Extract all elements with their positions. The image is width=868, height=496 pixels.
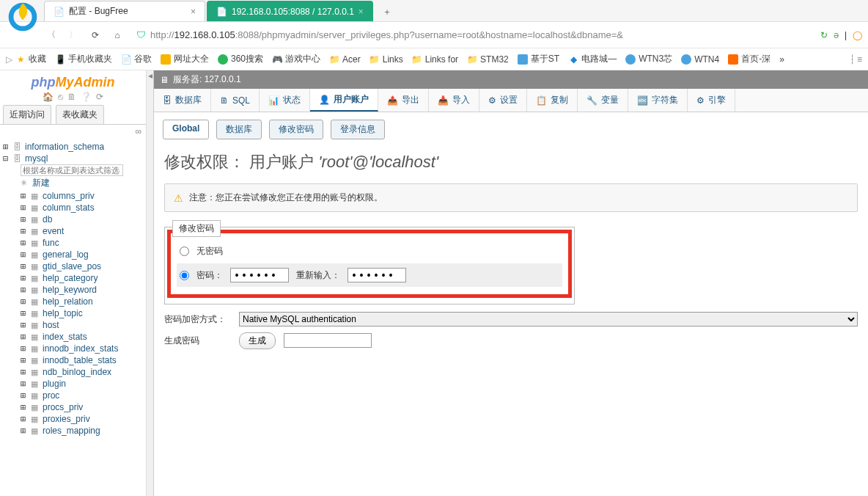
top-tab-5[interactable]: 📥导入 — [429, 89, 479, 112]
table-node[interactable]: ⊞▦proxies_priv — [3, 413, 146, 425]
table-node[interactable]: ⊞▦help_relation — [3, 296, 146, 307]
top-tab-1[interactable]: 🗎SQL — [211, 89, 260, 112]
bookmark-item[interactable]: ◆电路城— — [568, 53, 617, 65]
table-node[interactable]: ⊞▦event — [3, 225, 146, 237]
home-button[interactable]: ⌂ — [110, 28, 125, 43]
table-icon: ▦ — [31, 262, 41, 271]
new-table[interactable]: ✳新建 — [3, 176, 146, 190]
back-button[interactable]: 〈 — [44, 28, 59, 43]
download-icon[interactable]: ◯ — [853, 30, 862, 40]
shield-icon: 🛡 — [136, 29, 146, 40]
tab-favorites[interactable]: 表收藏夹 — [56, 105, 104, 124]
top-tab-7[interactable]: 📋复制 — [527, 89, 578, 112]
table-icon: ▦ — [31, 332, 41, 342]
bookmark-item[interactable]: WTN4 — [681, 54, 719, 65]
table-node[interactable]: ⊞▦ndb_binlog_index — [3, 366, 146, 378]
database-icon: 🗄 — [13, 142, 23, 151]
bookmarks-more[interactable]: » — [779, 54, 784, 65]
table-node[interactable]: ⊞▦column_stats — [3, 202, 146, 214]
sidebar-resizer[interactable]: ◂ — [147, 70, 154, 496]
db-node[interactable]: ⊞🗄information_schema — [3, 141, 146, 153]
top-tab-9[interactable]: 🔤字符集 — [628, 89, 688, 112]
hash-label: 密码加密方式： — [164, 313, 230, 326]
bookmark-item[interactable]: 📁Links for — [412, 54, 458, 65]
site-icon — [218, 54, 228, 65]
docs-icon[interactable]: ❔ — [81, 92, 92, 102]
tab-recent[interactable]: 近期访问 — [3, 105, 51, 124]
forward-button[interactable]: 〉 — [66, 28, 81, 43]
top-tab-0[interactable]: 🗄数据库 — [154, 89, 211, 112]
sql-icon[interactable]: 🗎 — [67, 92, 76, 102]
table-node[interactable]: ⊞▦gtid_slave_pos — [3, 260, 146, 272]
page-icon: 📄 — [216, 7, 227, 17]
table-node[interactable]: ⊞▦host — [3, 319, 146, 331]
sub-tab-2[interactable]: 修改密码 — [269, 120, 323, 139]
table-node[interactable]: ⊞▦general_log — [3, 249, 146, 260]
radio-password[interactable] — [180, 271, 189, 280]
bookmark-item[interactable]: 基于ST — [518, 53, 559, 65]
bookmark-item[interactable]: 📄谷歌 — [121, 53, 152, 65]
sub-tab-1[interactable]: 数据库 — [216, 120, 262, 139]
fieldset-legend: 修改密码 — [172, 220, 221, 237]
table-node[interactable]: ⊞▦innodb_table_stats — [3, 354, 146, 366]
reload-button[interactable]: ⟳ — [88, 28, 103, 43]
top-tab-8[interactable]: 🔧变量 — [578, 89, 628, 112]
browser-tab-1[interactable]: 📄 192.168.0.105:8088 / 127.0.0.1 × — [207, 1, 373, 21]
browser-tab-0[interactable]: 📄 配置 - BugFree × — [44, 1, 205, 21]
collapse-icon[interactable]: ∞ — [0, 125, 146, 138]
bookmarks-menu[interactable]: ▷★收藏 — [6, 53, 46, 65]
address-bar[interactable]: 🛡 http://192.168.0.105:8088/phpmyadmin/s… — [132, 26, 813, 44]
account-name: 'root'@'localhost' — [318, 153, 438, 171]
table-node[interactable]: ⊞▦help_topic — [3, 307, 146, 319]
reload-icon[interactable]: ⟳ — [96, 92, 103, 102]
table-node[interactable]: ⊞▦plugin — [3, 378, 146, 390]
bookmark-item[interactable]: 📁STM32 — [467, 54, 509, 65]
bookmark-item[interactable]: 网址大全 — [161, 53, 209, 65]
table-node[interactable]: ⊞▦help_category — [3, 272, 146, 284]
table-node[interactable]: ⊞▦proc — [3, 390, 146, 401]
table-node[interactable]: ⊞▦help_keyword — [3, 284, 146, 296]
radio-no-password[interactable] — [180, 247, 189, 256]
bookmark-item[interactable]: 📱手机收藏夹 — [55, 53, 112, 65]
close-icon[interactable]: × — [358, 7, 364, 17]
top-tab-4[interactable]: 📤导出 — [378, 89, 429, 112]
sync-icon[interactable]: ↻ — [820, 30, 828, 40]
bookmark-item[interactable]: 📁Links — [369, 54, 403, 65]
table-node[interactable]: ⊞▦innodb_index_stats — [3, 343, 146, 354]
bookmark-item[interactable]: 首页-深 — [728, 53, 770, 65]
table-node[interactable]: ⊞▦roles_mapping — [3, 425, 146, 437]
top-tab-10[interactable]: ⚙引擎 — [688, 89, 735, 112]
table-icon: ▦ — [31, 344, 41, 354]
table-node[interactable]: ⊞▦index_stats — [3, 331, 146, 343]
table-node[interactable]: ⊞▦func — [3, 237, 146, 249]
bookmark-item[interactable]: 🎮游戏中心 — [272, 53, 320, 65]
top-tab-6[interactable]: ⚙设置 — [479, 89, 527, 112]
bookmark-item[interactable]: WTN3芯 — [625, 53, 672, 65]
home-icon[interactable]: 🏠 — [43, 92, 54, 102]
bookmark-item[interactable]: 360搜索 — [218, 53, 263, 65]
generated-password-input[interactable] — [284, 333, 372, 348]
sub-tab-0[interactable]: Global — [163, 120, 209, 139]
top-tab-2[interactable]: 📊状态 — [260, 89, 310, 112]
pma-logo[interactable]: phpMyAdmin — [0, 70, 146, 92]
close-icon[interactable]: × — [191, 7, 196, 17]
logout-icon[interactable]: ⎋ — [58, 92, 63, 102]
password-input[interactable] — [230, 268, 289, 282]
warning-icon: ⚠ — [174, 192, 183, 204]
db-node-expanded[interactable]: ⊟🗄mysql — [3, 153, 146, 164]
url-host: 192.168.0.105 — [174, 29, 235, 40]
table-node[interactable]: ⊞▦db — [3, 214, 146, 225]
top-tab-3[interactable]: 👤用户账户 — [310, 89, 378, 112]
hash-select[interactable]: Native MySQL authentication — [239, 312, 858, 327]
bookmarks-menu-right[interactable]: ┆ ≡ — [850, 54, 862, 65]
bookmark-item[interactable]: 📁Acer — [329, 54, 361, 65]
table-node[interactable]: ⊞▦columns_priv — [3, 190, 146, 202]
table-filter-input[interactable] — [21, 164, 123, 176]
new-tab-button[interactable]: ＋ — [378, 2, 397, 21]
compat-icon[interactable]: ǝ — [834, 30, 839, 40]
table-icon: ▦ — [31, 379, 41, 389]
table-node[interactable]: ⊞▦procs_priv — [3, 401, 146, 413]
password-reenter-input[interactable] — [347, 268, 406, 282]
generate-button[interactable]: 生成 — [239, 332, 276, 349]
sub-tab-3[interactable]: 登录信息 — [331, 120, 385, 139]
